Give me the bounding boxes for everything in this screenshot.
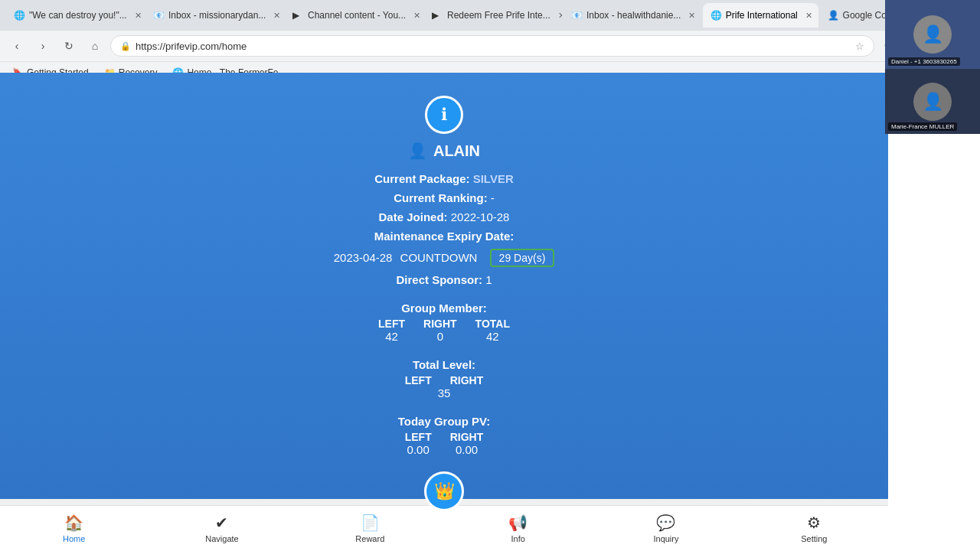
tab-3[interactable]: ▶ Channel content - You... ✕ <box>285 3 423 28</box>
maintenance-expiry-row: Maintenance Expiry Date: <box>374 230 514 243</box>
tab-3-close[interactable]: ✕ <box>413 11 420 21</box>
url-text: https://prifevip.com/home <box>136 41 851 52</box>
reload-button[interactable]: ↻ <box>58 35 80 57</box>
tab-4-label: Redeem Free Prife Inte... <box>447 10 550 21</box>
countdown-label: COUNTDOWN <box>400 251 478 264</box>
tab-2-close[interactable]: ✕ <box>273 11 280 21</box>
tab-5-close[interactable]: ✕ <box>688 11 695 21</box>
person-avatar: 👤 <box>913 83 952 121</box>
nav-info[interactable]: 📢 Info <box>488 514 549 543</box>
today-pv-left-label: LEFT <box>405 431 432 443</box>
tab-3-favicon: ▶ <box>292 10 303 21</box>
today-group-pv-section: Today Group PV: LEFT 0.00 RIGHT 0.00 <box>398 415 491 456</box>
crown-icon-circle[interactable]: 👑 <box>424 471 464 511</box>
info-icon-circle[interactable]: ℹ <box>425 96 463 134</box>
current-ranking-row: Current Ranking: - <box>394 191 495 204</box>
group-member-section: Group Member: LEFT 42 RIGHT 0 TOTAL 42 <box>378 302 510 343</box>
nav-home[interactable]: 🏠 Home <box>44 514 105 543</box>
today-pv-right-label: RIGHT <box>450 431 484 443</box>
info-nav-label: Info <box>511 534 524 543</box>
tab-bar: 🌐 "We can destroy you!"... ✕ 📧 Inbox - m… <box>0 0 980 31</box>
forward-button[interactable]: › <box>32 35 54 57</box>
total-level-table: LEFT RIGHT <box>405 374 484 386</box>
home-button[interactable]: ⌂ <box>84 35 106 57</box>
caller-name: Daniel - +1 3603830265 <box>888 57 960 66</box>
group-left-col: LEFT 42 <box>378 318 405 343</box>
person-name: Marie-France MULLER <box>888 122 957 131</box>
total-level-left-col: LEFT <box>405 374 432 386</box>
tab-4-close[interactable]: ✕ <box>558 11 562 21</box>
date-joined-value: 2022-10-28 <box>451 210 510 223</box>
user-name-text: ALAIN <box>433 142 480 160</box>
tab-4-favicon: ▶ <box>432 10 443 21</box>
tab-6[interactable]: 🌐 Prife International ✕ <box>703 3 818 28</box>
date-joined-row: Date Joined: 2022-10-28 <box>379 210 510 223</box>
main-page: ℹ 👤 ALAIN Current Package: SILVER Curren… <box>0 73 888 551</box>
profile-section: ℹ 👤 ALAIN Current Package: SILVER Curren… <box>0 73 888 456</box>
group-total-label: TOTAL <box>475 318 510 330</box>
group-total-col: TOTAL 42 <box>475 318 510 343</box>
tab-1-close[interactable]: ✕ <box>135 11 142 21</box>
group-right-value: 0 <box>437 330 443 343</box>
current-package-label: Current Package: <box>374 172 469 185</box>
info-icon: ℹ <box>441 105 447 125</box>
reward-nav-icon: 📄 <box>361 514 380 532</box>
today-pv-left-col: LEFT 0.00 <box>405 431 432 456</box>
direct-sponsor-row: Direct Sponsor: 1 <box>396 273 492 286</box>
today-pv-right-col: RIGHT 0.00 <box>450 431 484 456</box>
nav-navigate[interactable]: ✔ Navigate <box>191 514 253 543</box>
bottom-nav: 🏠 Home ✔ Navigate 📄 Reward 📢 Info 💬 Inqu… <box>0 505 888 551</box>
tab-6-close[interactable]: ✕ <box>805 11 812 21</box>
star-icon[interactable]: ☆ <box>855 41 864 52</box>
tab-3-label: Channel content - You... <box>308 10 406 21</box>
inquiry-nav-label: Inquiry <box>653 534 678 543</box>
tab-5-label: Inbox - healwithdanie... <box>586 10 681 21</box>
group-member-label: Group Member: <box>378 302 510 315</box>
countdown-badge: 29 Day(s) <box>490 249 555 267</box>
tab-4[interactable]: ▶ Redeem Free Prife Inte... ✕ <box>424 3 562 28</box>
nav-inquiry[interactable]: 💬 Inquiry <box>635 514 697 543</box>
tab-1-label: "We can destroy you!"... <box>29 10 127 21</box>
nav-setting[interactable]: ⚙ Setting <box>783 514 844 543</box>
reward-nav-label: Reward <box>355 534 384 543</box>
tab-5[interactable]: 📧 Inbox - healwithdanie... ✕ <box>564 3 701 28</box>
maintenance-expiry-label: Maintenance Expiry Date: <box>374 230 514 243</box>
user-name-row: 👤 ALAIN <box>408 142 480 160</box>
maintenance-date: 2023-04-28 <box>334 251 393 264</box>
today-pv-table: LEFT 0.00 RIGHT 0.00 <box>398 431 491 456</box>
maintenance-countdown-row: 2023-04-28 COUNTDOWN 29 Day(s) <box>334 249 555 267</box>
user-icon: 👤 <box>408 142 427 160</box>
total-level-section: Total Level: LEFT RIGHT 35 <box>405 358 484 399</box>
direct-sponsor-value: 1 <box>485 273 492 286</box>
group-right-label: RIGHT <box>423 318 457 330</box>
back-button[interactable]: ‹ <box>6 35 28 57</box>
current-package-row: Current Package: SILVER <box>374 172 513 185</box>
current-ranking-label: Current Ranking: <box>394 191 488 204</box>
tab-6-label: Prife International <box>726 10 798 21</box>
info-table: Current Package: SILVER Current Ranking:… <box>0 172 888 456</box>
tab-2[interactable]: 📧 Inbox - missionarydan... ✕ <box>145 3 283 28</box>
info-nav-icon: 📢 <box>508 514 528 532</box>
home-nav-label: Home <box>63 534 85 543</box>
nav-reward[interactable]: 📄 Reward <box>339 514 400 543</box>
today-pv-right-value: 0.00 <box>456 443 478 456</box>
nav-bar: ‹ › ↻ ⌂ 🔒 https://prifevip.com/home ☆ 🧩 … <box>0 31 980 61</box>
total-level-right-label: RIGHT <box>450 374 484 386</box>
today-group-pv-label: Today Group PV: <box>398 415 491 428</box>
lock-icon: 🔒 <box>120 41 131 51</box>
group-total-value: 42 <box>486 330 499 343</box>
address-bar[interactable]: 🔒 https://prifevip.com/home ☆ <box>110 35 874 57</box>
group-left-label: LEFT <box>378 318 405 330</box>
caller-avatar: 👤 <box>913 15 952 54</box>
total-level-left-label: LEFT <box>405 374 432 386</box>
navigate-nav-icon: ✔ <box>215 514 228 532</box>
direct-sponsor-label: Direct Sponsor: <box>396 273 482 286</box>
total-level-right-col: RIGHT <box>450 374 484 386</box>
tab-1[interactable]: 🌐 "We can destroy you!"... ✕ <box>6 3 144 28</box>
tab-6-favicon: 🌐 <box>710 10 721 21</box>
date-joined-label: Date Joined: <box>379 210 448 223</box>
tab-5-favicon: 📧 <box>571 10 582 21</box>
video-call-overlay: 👤 Daniel - +1 3603830265 👤 Marie-France … <box>885 0 980 134</box>
today-pv-left-value: 0.00 <box>407 443 430 456</box>
home-nav-icon: 🏠 <box>64 514 83 532</box>
